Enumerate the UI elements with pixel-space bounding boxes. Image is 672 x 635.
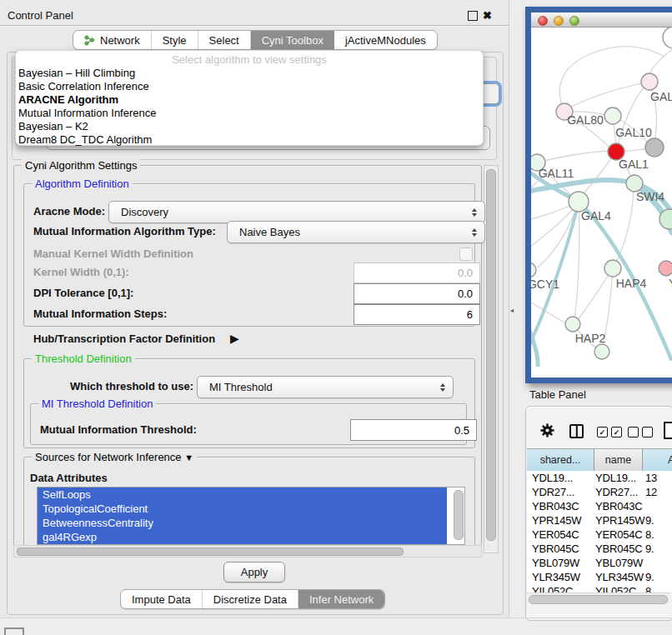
node-gal10[interactable] <box>604 108 621 124</box>
attribute-item-selfloops[interactable]: SelfLoops <box>38 488 447 502</box>
table-cell[interactable]: YBL079W <box>595 557 643 569</box>
table-cell[interactable]: 8. <box>645 585 654 592</box>
dropdown-item-dream8[interactable]: Dream8 DC_TDC Algorithm <box>18 133 152 147</box>
table-cell[interactable]: YDL19... <box>595 472 636 484</box>
table-cell[interactable]: YBR045C <box>532 542 579 555</box>
attribute-item-gal4rgexp[interactable]: gal4RGexp <box>38 530 447 544</box>
hide-columns-icon[interactable] <box>628 427 653 438</box>
network-window-titlebar[interactable] <box>531 12 672 28</box>
table-cell[interactable]: YPR145W <box>532 514 581 527</box>
table-cell[interactable]: 9. <box>645 542 654 555</box>
dropdown-item-bayesian-k2[interactable]: Bayesian – K2 <box>18 120 88 133</box>
settings-horizontal-scrollbar[interactable] <box>13 545 482 558</box>
table-cell[interactable]: YIL052C <box>532 585 573 592</box>
table-cell[interactable]: YDL19... <box>532 472 573 484</box>
settings-vscroll-thumb[interactable] <box>486 169 496 541</box>
attribute-item-betweennesscentrality[interactable]: BetweennessCentrality <box>38 516 447 530</box>
minimized-panel-icon[interactable] <box>4 628 24 635</box>
table-cell[interactable]: YER054C <box>532 528 579 541</box>
table-cell[interactable]: YPR145W <box>595 514 644 527</box>
tab-cyni-toolbox[interactable]: Cyni Toolbox <box>251 31 334 49</box>
table-cell[interactable]: YLR345W <box>595 571 644 583</box>
float-window-icon[interactable] <box>468 11 478 21</box>
node-gal-partial[interactable] <box>641 73 658 90</box>
show-columns-icon[interactable]: ✓ ✓ <box>597 427 622 438</box>
node-y-partial[interactable] <box>659 261 672 276</box>
table-cell[interactable]: 8. <box>645 528 654 541</box>
node-label-gal10: GAL10 <box>615 126 652 139</box>
node-gcy1[interactable] <box>531 262 536 278</box>
tab-select[interactable]: Select <box>198 31 251 49</box>
mi-steps-field[interactable]: 6 <box>354 304 480 325</box>
table-horizontal-scrollbar[interactable] <box>527 592 670 604</box>
node-swi4[interactable] <box>626 175 643 192</box>
table-cell[interactable]: YIL052C <box>595 585 636 592</box>
tab-impute-data[interactable]: Impute Data <box>121 590 203 608</box>
attributes-scroll-thumb[interactable] <box>454 490 464 540</box>
mi-type-combo[interactable]: Naive Bayes <box>227 221 485 243</box>
table-hscroll-thumb[interactable] <box>529 595 668 604</box>
column-header-name[interactable]: name <box>594 448 643 472</box>
dropdown-item-bayesian-hill-climbing[interactable]: Bayesian – Hill Climbing <box>18 67 135 80</box>
tab-jactivemnodules[interactable]: jActiveMNodules <box>334 31 437 49</box>
dropdown-item-aracne[interactable]: ARACNE Algorithm <box>18 93 118 107</box>
split-columns-icon[interactable] <box>569 424 584 438</box>
table-cell[interactable]: YBL079W <box>532 557 579 569</box>
close-traffic-light-icon[interactable] <box>538 16 548 26</box>
table-cell[interactable]: 13 <box>645 472 657 484</box>
dropdown-item-basic-correlation[interactable]: Basic Correlation Inference <box>18 80 149 93</box>
mi-threshold-field[interactable]: 0.5 <box>350 419 477 441</box>
gear-icon[interactable] <box>539 422 555 438</box>
table-cell[interactable]: YBR045C <box>595 542 642 555</box>
zoom-traffic-light-icon[interactable] <box>569 16 579 26</box>
tab-network[interactable]: Network <box>73 31 152 49</box>
node-hap4[interactable] <box>604 260 621 277</box>
table-cell[interactable]: YLR345W <box>532 571 580 583</box>
sources-group-title[interactable]: Sources for Network Inference ▼ <box>32 451 197 463</box>
node-hap2[interactable] <box>565 317 580 332</box>
attribute-item-topologicalcoefficient[interactable]: TopologicalCoefficient <box>38 502 447 516</box>
close-icon[interactable]: ✖ <box>483 9 492 22</box>
hub-definition-label[interactable]: Hub/Transcription Factor Definition <box>33 332 215 345</box>
tab-infer-network[interactable]: Infer Network <box>298 590 384 608</box>
cyni-algorithm-settings-title: Cyni Algorithm Settings <box>22 159 140 172</box>
hub-expand-arrow-icon[interactable]: ▶ <box>230 332 239 345</box>
data-attributes-list[interactable]: SelfLoops TopologicalCoefficient Between… <box>37 487 465 545</box>
node-label-gal1: GAL1 <box>619 158 649 171</box>
table-cell[interactable]: 9. <box>645 514 654 527</box>
dropdown-item-mutual-information[interactable]: Mutual Information Inference <box>18 107 156 120</box>
attributes-list-scrollbar[interactable] <box>453 489 463 541</box>
document-icon[interactable] <box>664 422 672 439</box>
node-bottom-partial[interactable] <box>594 344 609 359</box>
table-cell[interactable]: YBR043C <box>595 500 642 512</box>
aracne-mode-combo[interactable]: Discovery <box>108 201 485 223</box>
kernel-width-field[interactable]: 0.0 <box>354 262 480 283</box>
checkbox-checked-icon: ✓ <box>611 427 622 438</box>
node-gray[interactable] <box>645 138 664 157</box>
node-label-gal80: GAL80 <box>567 113 604 127</box>
node-top-right-partial[interactable] <box>663 28 672 48</box>
minimize-traffic-light-icon[interactable] <box>554 16 564 26</box>
settings-hscroll-thumb[interactable] <box>17 548 404 556</box>
combo-spinner-icon <box>440 383 445 392</box>
sources-collapse-arrow-icon[interactable]: ▼ <box>184 452 193 462</box>
table-cell[interactable]: YER054C <box>595 528 642 541</box>
column-header-partial[interactable]: A <box>643 448 672 472</box>
mi-steps-label: Mutual Information Steps: <box>33 308 167 320</box>
column-header-shared-name[interactable]: shared... <box>527 448 594 472</box>
settings-vertical-scrollbar[interactable] <box>484 165 499 553</box>
manual-kernel-checkbox[interactable] <box>459 248 473 261</box>
table-cell[interactable]: 12 <box>645 486 657 498</box>
table-cell[interactable]: YDR27... <box>532 486 574 498</box>
table-cell[interactable]: YDR27... <box>595 486 638 498</box>
which-threshold-combo[interactable]: MI Threshold <box>197 376 454 398</box>
apply-button[interactable]: Apply <box>223 562 285 582</box>
network-canvas[interactable]: GAL GAL80 GAL10 GAL1 GAL11 SWI4 GAL4 GCY… <box>531 28 672 367</box>
table-cell[interactable]: 9. <box>645 571 654 583</box>
table-rows[interactable]: YDL19...YDL19...13 YDR27...YDR27...12 YB… <box>527 471 672 592</box>
table-cell[interactable]: YBR043C <box>532 500 579 512</box>
dpi-tolerance-label: DPI Tolerance [0,1]: <box>33 287 133 299</box>
dpi-tolerance-field[interactable]: 0.0 <box>354 283 480 304</box>
tab-style[interactable]: Style <box>152 31 198 49</box>
tab-discretize-data[interactable]: Discretize Data <box>203 590 298 608</box>
